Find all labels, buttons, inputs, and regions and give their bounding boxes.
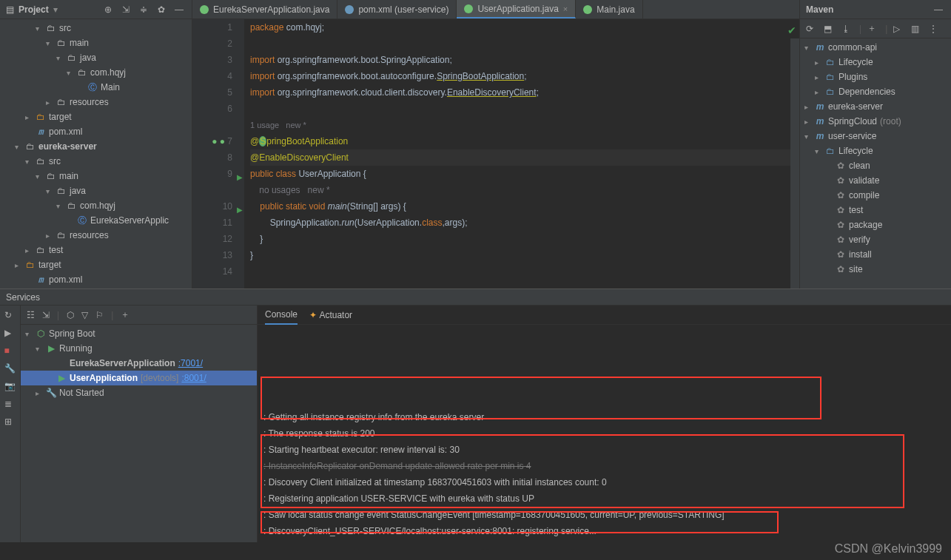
tree-item[interactable]: 🗀com.hqyj <box>0 65 192 80</box>
kw-public: public <box>250 169 273 179</box>
code-body[interactable]: package com.hqyj; import org.springframe… <box>244 19 799 289</box>
expand-all-icon[interactable]: ☷ <box>27 310 35 320</box>
tree-item[interactable]: 🗀com.hqyj <box>0 198 192 213</box>
tree-item[interactable]: ⒸEurekaServerApplic <box>0 213 192 228</box>
tree-item[interactable]: 🗀java <box>0 50 192 65</box>
expand-icon[interactable]: ⇲ <box>119 3 132 16</box>
kw-static: static <box>286 201 306 212</box>
tab-actuator[interactable]: ✦ Actuator <box>309 306 352 325</box>
tree-item[interactable]: 🗀eureka-server <box>0 139 192 154</box>
tree-item[interactable]: ▶Running <box>21 341 257 356</box>
tree-item[interactable]: ✿test <box>800 203 951 217</box>
tab-label: EurekaServerApplication.java <box>213 4 329 15</box>
tree-item[interactable]: 🗀src <box>0 154 192 169</box>
filter-icon[interactable]: ≣ <box>4 399 16 411</box>
tree-item[interactable]: ✿install <box>800 247 951 262</box>
kw-classref: class <box>422 217 442 228</box>
tree-item[interactable]: muser-service <box>800 129 951 144</box>
rerun-icon[interactable]: ↻ <box>4 310 16 322</box>
console-output[interactable]: : Getting all instance registry info fro… <box>258 325 951 542</box>
reload-icon[interactable]: ⟳ <box>806 24 818 34</box>
tree-item[interactable]: 🗀resources <box>0 95 192 109</box>
tab-label: UserApplication.java <box>477 4 558 14</box>
file-icon <box>583 5 592 14</box>
filter-icon[interactable]: ▽ <box>81 310 88 320</box>
close-icon[interactable]: × <box>563 4 568 13</box>
tree-item[interactable]: mcommon-api <box>800 40 951 55</box>
watermark: CSDN @Kelvin3999 <box>835 542 942 556</box>
import-2a: org.springframework.boot.autoconfigure. <box>275 71 437 81</box>
tree-item[interactable]: 🗀target <box>0 257 192 272</box>
camera-icon[interactable]: 📷 <box>4 381 16 393</box>
tree-item[interactable]: 🗀main <box>0 36 192 50</box>
collapse-all-icon[interactable]: ⇲ <box>42 310 50 320</box>
tree-item[interactable]: ⬡Spring Boot <box>21 326 257 341</box>
tree-item[interactable]: 🔧Not Started <box>21 385 257 400</box>
kw-void: void <box>309 201 325 212</box>
group-icon[interactable]: ⬡ <box>67 310 74 320</box>
tree-item[interactable]: ✿verify <box>800 232 951 247</box>
tree-item[interactable]: 🗀resources <box>0 228 192 243</box>
editor-tab[interactable]: Main.java <box>576 0 642 18</box>
more-icon[interactable]: ⋮ <box>929 24 941 34</box>
tree-item[interactable]: ⒸMain <box>0 80 192 95</box>
tree-item[interactable]: ▶UserApplication [devtools] :8001/ <box>21 371 257 385</box>
package-name: com.hqyj; <box>283 22 324 33</box>
tree-item[interactable]: ✿clean <box>800 158 951 173</box>
tree-item[interactable]: ✿site <box>800 262 951 277</box>
settings-icon[interactable]: 🔧 <box>4 363 16 375</box>
tree-item[interactable]: 🗀src <box>0 21 192 36</box>
maven-toolbar: ⟳ ⬒ ⭳ | ＋ | ▷ ▥ ⋮ <box>800 19 951 38</box>
import-2b: SpringBootApplication <box>437 71 524 81</box>
tree-item[interactable]: mpom.xml <box>0 272 192 287</box>
kw-import: import <box>250 71 275 81</box>
tree-item[interactable]: 🗀Lifecycle <box>800 55 951 70</box>
download-icon[interactable]: ⭳ <box>841 24 853 34</box>
editor-scrollbar[interactable] <box>790 38 799 289</box>
add-icon[interactable]: ＋ <box>121 308 130 321</box>
stop-icon[interactable]: ■ <box>4 345 16 357</box>
tree-item[interactable]: ✿package <box>800 217 951 232</box>
gear-icon[interactable]: ✿ <box>155 3 168 16</box>
project-tree[interactable]: 🗀src🗀main🗀java🗀com.hqyjⒸMain🗀resources🗀t… <box>0 19 192 289</box>
services-tree[interactable]: ⬡Spring Boot▶RunningEurekaServerApplicat… <box>21 325 257 400</box>
services-side-toolbar: ↻ ▶ ■ 🔧 📷 ≣ ⊞ <box>0 306 21 542</box>
editor-tab[interactable]: EurekaServerApplication.java <box>192 0 337 18</box>
tree-item[interactable]: mpom.xml <box>0 124 192 139</box>
maven-tree[interactable]: mcommon-api🗀Lifecycle🗀Plugins🗀Dependenci… <box>800 38 951 289</box>
brace-close-inner: } <box>250 231 799 247</box>
tree-item[interactable]: meureka-server <box>800 99 951 114</box>
generate-icon[interactable]: ⬒ <box>824 24 836 34</box>
add-icon[interactable]: ＋ <box>867 22 879 35</box>
fn-main: main <box>328 201 347 212</box>
import-1: org.springframework.boot.SpringApplicati… <box>275 55 451 65</box>
run-icon[interactable]: ▶ <box>4 328 16 340</box>
editor-tab[interactable]: pom.xml (user-service) <box>337 0 457 18</box>
exec-icon[interactable]: ▥ <box>911 24 923 34</box>
collapse-icon[interactable]: ≑ <box>137 3 150 16</box>
editor-tab[interactable]: UserApplication.java× <box>457 0 576 18</box>
tree-item[interactable]: EurekaServerApplication :7001/ <box>21 356 257 371</box>
tree-item[interactable]: ✿validate <box>800 173 951 188</box>
console-line: : Starting heartbeat executor: renew int… <box>263 442 945 458</box>
run-icon[interactable]: ▷ <box>893 24 905 34</box>
tree-item[interactable]: 🗀java <box>0 183 192 198</box>
project-panel: ▤ Project ▾ ⊕ ⇲ ≑ ✿ — 🗀src🗀main🗀java🗀com… <box>0 0 192 289</box>
tree-item[interactable]: mSpringCloud (root) <box>800 114 951 129</box>
tag-icon[interactable]: ⚐ <box>95 310 104 320</box>
tree-item[interactable]: 🗀target <box>0 109 192 124</box>
code-area[interactable]: ✔ 123456● ● 789▶10▶11121314 package com.… <box>192 19 799 289</box>
tree-item[interactable]: 🗀Lifecycle <box>800 144 951 158</box>
layout-icon[interactable]: ⊞ <box>4 416 16 428</box>
kw-import: import <box>250 87 275 98</box>
tree-item[interactable]: 🗀Plugins <box>800 70 951 84</box>
hide-icon[interactable]: — <box>932 3 945 16</box>
tree-item[interactable]: 🗀Dependencies <box>800 84 951 99</box>
tree-item[interactable]: 🗀test <box>0 243 192 257</box>
hide-icon[interactable]: — <box>172 3 186 16</box>
target-icon[interactable]: ⊕ <box>101 3 115 16</box>
tab-console[interactable]: Console <box>265 306 298 325</box>
tree-item[interactable]: 🗀main <box>0 169 192 183</box>
tree-item[interactable]: ✿compile <box>800 188 951 203</box>
chevron-down-icon[interactable]: ▾ <box>53 4 58 15</box>
